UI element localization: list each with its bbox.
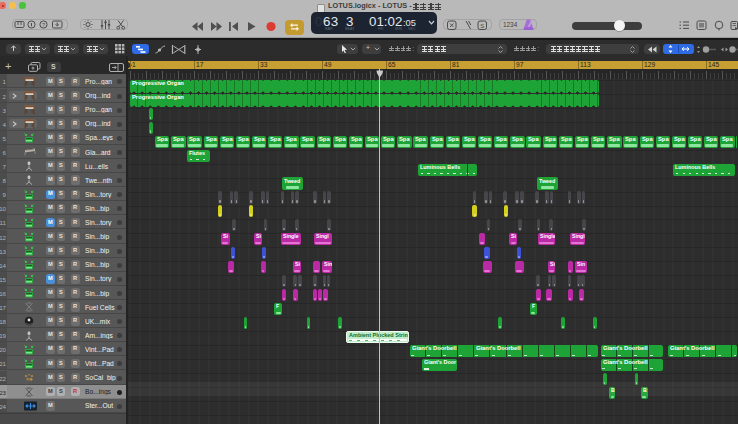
svg-text:?: ? — [42, 22, 45, 28]
svg-text:S: S — [480, 23, 484, 29]
